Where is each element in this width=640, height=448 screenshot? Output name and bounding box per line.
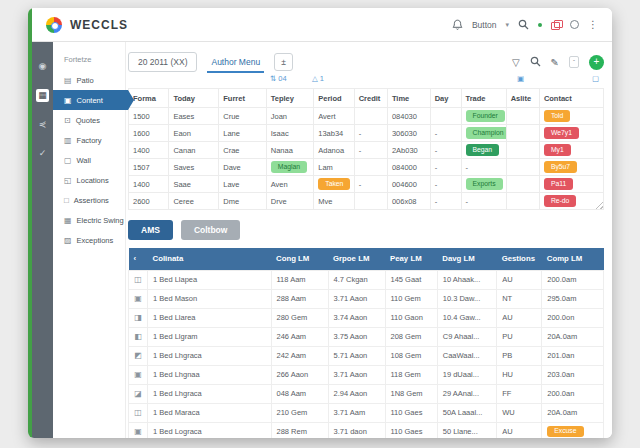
tab-author-menu[interactable]: Author Menu [207,52,264,73]
sidebar-item-wall[interactable]: ▢Wall [53,150,125,170]
table-row[interactable]: 1500EasesCrueJoanAvert084030FounderTold [129,108,604,125]
rail-home-icon[interactable]: ◉ [36,60,49,73]
status-badge[interactable]: Pa11 [544,178,573,189]
table-row[interactable]: 1400CananCraeNanaaAdanoa-2Ab030-BeganMy1 [129,142,604,159]
table-row[interactable]: ▣1 Bed Lograca288 Rem3.71 daon110 Gaes50… [129,422,604,438]
column-header[interactable]: Colinata [148,248,272,270]
table-cell: 3.71 Aaon [328,365,385,384]
table-row[interactable]: ▣1 Bed Lhgnaa266 Aaon3.71 Aaon118 Gem19 … [129,365,604,384]
status-badge[interactable]: We7y1 [544,127,579,138]
table-row[interactable]: 2600CereeDmeDrveMve006x08--Re-do [129,193,604,210]
table-row[interactable]: 1400SaaeLaveAvenTaken-004600-ExportsPa11 [129,176,604,193]
column-header[interactable]: Peay LM [385,248,437,270]
help-circle-icon[interactable] [570,20,579,29]
status-badge[interactable]: Re-do [544,195,577,206]
sidebar-item-quotes[interactable]: ⊡Quotes [53,110,125,130]
table-row[interactable]: 1600EaonLaneIsaac13ab34-306030-ChampionW… [129,125,604,142]
column-header[interactable]: Time [387,89,430,108]
column-header[interactable]: Day [430,89,461,108]
table-row[interactable]: ◫1 Bed Maraca210 Gem3.71 Aam110 Gaes50A … [129,403,604,422]
pencil-icon[interactable]: ✎ [551,57,559,68]
column-header[interactable]: Today [169,89,219,108]
table-cell: 13ab34 [314,125,354,142]
sidebar-item-electric-swing[interactable]: ▦Electric Swing [53,210,125,230]
column-filter-icon[interactable]: △ 1 [312,74,324,83]
date-range-button[interactable]: 20 2011 (XX) [128,52,197,72]
column-header[interactable]: Trade [461,89,506,108]
table-cell: 1500 [129,108,169,125]
rail-share-icon[interactable]: ⋞ [36,118,49,131]
sidebar-item-patio[interactable]: ▤Patio [53,70,125,90]
table-cell: Began [461,142,506,159]
status-badge[interactable]: By5u7 [544,161,577,172]
status-badge[interactable]: Exports [466,178,503,189]
table-cell: Saves [169,159,219,176]
column-filter-icon[interactable]: ▢ [592,74,599,83]
table-cell: 2Ab030 [387,142,430,159]
table-cell: Re-do [539,193,603,210]
status-badge[interactable]: Maglan [271,161,307,172]
table-cell: Saae [169,176,219,193]
add-button[interactable]: + [589,55,604,70]
column-filter-icon[interactable]: ⇅ 04 [270,74,287,83]
sort-button[interactable]: ± [274,53,293,71]
table-cell: - [430,142,461,159]
column-header[interactable]: Gestions [497,248,542,270]
column-header[interactable]: Furret [219,89,267,108]
table-cell: - [430,159,461,176]
column-header[interactable]: Cong LM [271,248,328,270]
user-menu-button[interactable]: Button [472,20,497,30]
table-row[interactable]: ◪1 Bed Lhgraca048 Aam2.94 Aaon1N8 Gem29 … [129,384,604,403]
table-cell: - [354,176,387,193]
table-cell: 210 Gem [271,403,328,422]
bell-icon[interactable] [452,19,463,31]
status-badge[interactable]: Champion [466,127,507,138]
sidebar-item-factory[interactable]: ▥Factory [53,130,125,150]
table-row[interactable]: ◫1 Bed Llapea118 Aam4.7 Ckgan145 Gaat10 … [129,270,604,289]
table-cell [354,193,387,210]
sidebar-item-locations[interactable]: ◱Locations [53,170,125,190]
column-header[interactable]: Contact [539,89,603,108]
chevron-down-icon[interactable]: ▾ [505,21,509,29]
rail-content-icon[interactable]: ▦ [36,89,49,102]
table-row[interactable]: 1507SavesDaveMaglanLam084000--By5u7 [129,159,604,176]
status-badge[interactable]: My1 [544,144,571,155]
sidebar-item-exceptions[interactable]: ▨Exceptions [53,230,125,250]
rail-check-icon[interactable]: ✓ [36,147,49,160]
status-badge[interactable]: Told [544,110,570,121]
column-header[interactable]: Period [314,89,354,108]
table-row[interactable]: ◨1 Bed Llarea280 Gem3.74 Aaon110 Gaon10.… [129,308,604,327]
table-row[interactable]: ▣1 Bed Mason288 Aam3.71 Aaon110 Gem10.3 … [129,289,604,308]
ams-tab-button[interactable]: AMS [128,220,173,240]
search-icon[interactable] [530,53,541,71]
table-cell: Lane [219,125,267,142]
column-header[interactable]: Grpoe LM [328,248,385,270]
table-cell: 110 Gaes [385,403,437,422]
column-header[interactable]: Comp LM [542,248,604,270]
status-badge[interactable]: Taken [318,178,350,189]
sidebar-item-content[interactable]: ▣Content [53,90,134,110]
column-header[interactable]: Aslite [506,89,539,108]
search-icon[interactable] [518,19,529,30]
column-header[interactable]: Forma [129,89,169,108]
table-row[interactable]: ◧1 Bed Llgram246 Aam3.75 Aaon208 GemC9 A… [129,327,604,346]
funnel-icon[interactable]: ▽ [512,57,520,68]
status-badge[interactable]: Founder [466,110,505,121]
kebab-menu-icon[interactable]: ⋮ [588,19,598,30]
table-cell: Exports [461,176,506,193]
table-row[interactable]: ◩1 Bed Lhgraca242 Aam5.71 Aaon108 GemCaa… [129,346,604,365]
windows-stack-icon[interactable] [551,20,561,29]
column-header[interactable]: Credit [354,89,387,108]
column-filter-icon[interactable]: ▣ [517,74,524,83]
column-header[interactable]: ‹ [129,248,148,270]
status-badge[interactable]: Began [466,144,500,155]
table-cell: By5u7 [539,159,603,176]
table-cell [506,176,539,193]
column-header[interactable]: Davg LM [437,248,496,270]
table-cell: My1 [539,142,603,159]
coltbow-tab-button[interactable]: Coltbow [181,220,241,240]
status-badge[interactable]: Excuse [547,426,583,437]
dropdown-button[interactable]: ˇ [569,56,579,68]
sidebar-item-assertions[interactable]: □Assertions [53,190,125,210]
column-header[interactable]: Tepley [266,89,314,108]
